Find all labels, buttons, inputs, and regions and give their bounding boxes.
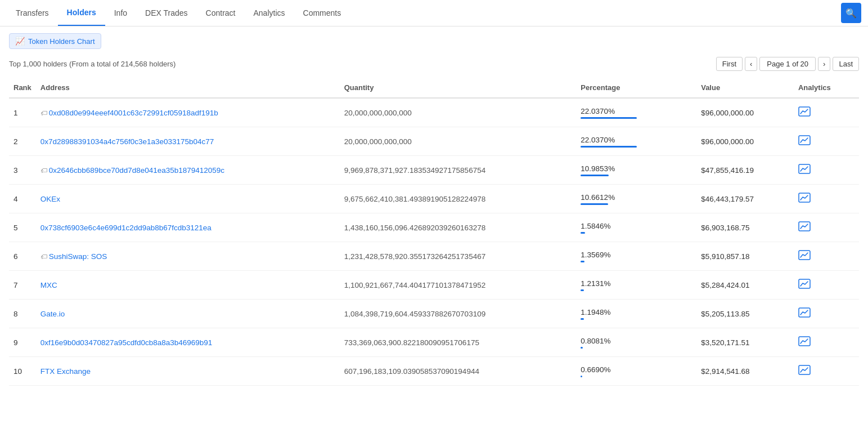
cell-analytics[interactable] bbox=[794, 127, 859, 156]
percentage-text: 1.5846% bbox=[581, 222, 610, 230]
percentage-text: 22.0370% bbox=[581, 136, 615, 144]
cell-rank: 5 bbox=[9, 213, 36, 242]
cell-quantity: 1,100,921,667,744.404177101378471952 bbox=[340, 271, 577, 300]
cell-rank: 7 bbox=[9, 271, 36, 300]
cell-address[interactable]: 🏷0x2646cbb689bce70dd7d8e041ea35b18794120… bbox=[36, 156, 340, 185]
cell-rank: 10 bbox=[9, 357, 36, 386]
tab-transfers[interactable]: Transfers bbox=[7, 1, 58, 25]
address-link[interactable]: OKEx bbox=[41, 195, 60, 203]
col-value: Value bbox=[696, 78, 794, 98]
percentage-bar bbox=[581, 261, 584, 262]
cell-rank: 4 bbox=[9, 185, 36, 213]
pagination-next[interactable]: › bbox=[818, 57, 830, 71]
cell-percentage: 1.5846% bbox=[576, 213, 696, 242]
tab-holders[interactable]: Holders bbox=[58, 0, 105, 26]
label-icon: 🏷 bbox=[41, 167, 47, 175]
cell-analytics[interactable] bbox=[794, 328, 859, 357]
cell-analytics[interactable] bbox=[794, 300, 859, 328]
cell-analytics[interactable] bbox=[794, 156, 859, 185]
address-link[interactable]: 0x7d28988391034a4c756f0c3e1a3e033175b04c… bbox=[41, 137, 214, 146]
col-quantity: Quantity bbox=[340, 78, 577, 98]
address-link[interactable]: FTX Exchange bbox=[41, 367, 91, 376]
percentage-text: 22.0370% bbox=[581, 107, 615, 115]
table-row: 10FTX Exchange607,196,183,109.0390585370… bbox=[9, 357, 859, 386]
tab-comments[interactable]: Comments bbox=[294, 1, 350, 25]
address-link[interactable]: 0xd08d0e994eeef4001c63c72991cf05918adf19… bbox=[49, 109, 218, 117]
cell-address[interactable]: OKEx bbox=[36, 185, 340, 213]
pagination-last[interactable]: Last bbox=[833, 57, 859, 71]
percentage-text: 10.9853% bbox=[581, 164, 615, 173]
table-row: 8Gate.io1,084,398,719,604.45933788267070… bbox=[9, 300, 859, 328]
token-holders-chart-button[interactable]: 📈 Token Holders Chart bbox=[9, 33, 101, 49]
analytics-icon bbox=[798, 307, 811, 318]
table-row: 90xf16e9b0d03470827a95cdfd0cb8a8a3b46969… bbox=[9, 328, 859, 357]
percentage-text: 0.8081% bbox=[581, 337, 610, 345]
analytics-icon bbox=[798, 250, 811, 260]
cell-analytics[interactable] bbox=[794, 98, 859, 127]
label-icon: 🏷 bbox=[41, 253, 47, 261]
percentage-text: 0.6690% bbox=[581, 365, 610, 374]
percentage-bar bbox=[581, 203, 608, 205]
cell-address[interactable]: 0x738cf6903e6c4e699d1c2dd9ab8b67fcdb3121… bbox=[36, 213, 340, 242]
percentage-text: 10.6612% bbox=[581, 193, 615, 202]
address-link[interactable]: MXC bbox=[41, 281, 57, 289]
cell-value: $5,910,857.18 bbox=[696, 242, 794, 271]
summary-row: Top 1,000 holders (From a total of 214,5… bbox=[9, 57, 859, 71]
search-button[interactable]: 🔍 bbox=[841, 3, 861, 23]
tab-contract[interactable]: Contract bbox=[197, 1, 245, 25]
percentage-text: 1.1948% bbox=[581, 308, 610, 316]
cell-percentage: 1.3569% bbox=[576, 242, 696, 271]
analytics-icon bbox=[798, 164, 811, 174]
analytics-icon bbox=[798, 336, 811, 346]
percentage-bar bbox=[581, 117, 637, 119]
cell-percentage: 22.0370% bbox=[576, 98, 696, 127]
cell-analytics[interactable] bbox=[794, 185, 859, 213]
percentage-bar bbox=[581, 347, 583, 349]
pagination: First ‹ Page 1 of 20 › Last bbox=[716, 57, 859, 71]
cell-quantity: 1,084,398,719,604.459337882670703109 bbox=[340, 300, 577, 328]
address-link[interactable]: Gate.io bbox=[41, 310, 65, 318]
cell-address[interactable]: 0x7d28988391034a4c756f0c3e1a3e033175b04c… bbox=[36, 127, 340, 156]
cell-percentage: 22.0370% bbox=[576, 127, 696, 156]
percentage-text: 1.2131% bbox=[581, 279, 610, 288]
percentage-bar bbox=[581, 175, 609, 176]
cell-value: $5,284,424.01 bbox=[696, 271, 794, 300]
cell-address[interactable]: FTX Exchange bbox=[36, 357, 340, 386]
cell-value: $5,205,113.85 bbox=[696, 300, 794, 328]
cell-rank: 3 bbox=[9, 156, 36, 185]
cell-value: $6,903,168.75 bbox=[696, 213, 794, 242]
cell-value: $3,520,171.51 bbox=[696, 328, 794, 357]
cell-value: $46,443,179.57 bbox=[696, 185, 794, 213]
table-row: 1🏷0xd08d0e994eeef4001c63c72991cf05918adf… bbox=[9, 98, 859, 127]
cell-analytics[interactable] bbox=[794, 357, 859, 386]
address-link[interactable]: 0xf16e9b0d03470827a95cdfd0cb8a8a3b46969b… bbox=[41, 338, 213, 347]
percentage-bar bbox=[581, 289, 584, 291]
chart-icon: 📈 bbox=[15, 37, 25, 46]
cell-value: $96,000,000.00 bbox=[696, 127, 794, 156]
tab-analytics[interactable]: Analytics bbox=[245, 1, 294, 25]
cell-rank: 2 bbox=[9, 127, 36, 156]
address-link[interactable]: SushiSwap: SOS bbox=[49, 252, 107, 261]
address-link[interactable]: 0x2646cbb689bce70dd7d8e041ea35b187941205… bbox=[49, 166, 224, 175]
cell-address[interactable]: MXC bbox=[36, 271, 340, 300]
cell-address[interactable]: 🏷0xd08d0e994eeef4001c63c72991cf05918adf1… bbox=[36, 98, 340, 127]
pagination-first[interactable]: First bbox=[716, 57, 743, 71]
tab-bar: Transfers Holders Info DEX Trades Contra… bbox=[0, 0, 868, 26]
cell-quantity: 607,196,183,109.039058537090194944 bbox=[340, 357, 577, 386]
tab-dex-trades[interactable]: DEX Trades bbox=[136, 1, 196, 25]
percentage-bar bbox=[581, 146, 637, 148]
cell-quantity: 9,969,878,371,927.183534927175856754 bbox=[340, 156, 577, 185]
tab-info[interactable]: Info bbox=[105, 1, 136, 25]
address-link[interactable]: 0x738cf6903e6c4e699d1c2dd9ab8b67fcdb3121… bbox=[41, 224, 212, 232]
cell-analytics[interactable] bbox=[794, 213, 859, 242]
table-row: 6🏷SushiSwap: SOS1,231,428,578,920.355173… bbox=[9, 242, 859, 271]
col-rank: Rank bbox=[9, 78, 36, 98]
cell-analytics[interactable] bbox=[794, 242, 859, 271]
cell-analytics[interactable] bbox=[794, 271, 859, 300]
cell-address[interactable]: Gate.io bbox=[36, 300, 340, 328]
analytics-icon bbox=[798, 365, 811, 375]
cell-address[interactable]: 0xf16e9b0d03470827a95cdfd0cb8a8a3b46969b… bbox=[36, 328, 340, 357]
pagination-prev[interactable]: ‹ bbox=[745, 57, 757, 71]
cell-address[interactable]: 🏷SushiSwap: SOS bbox=[36, 242, 340, 271]
chart-button-label: Token Holders Chart bbox=[28, 37, 95, 46]
